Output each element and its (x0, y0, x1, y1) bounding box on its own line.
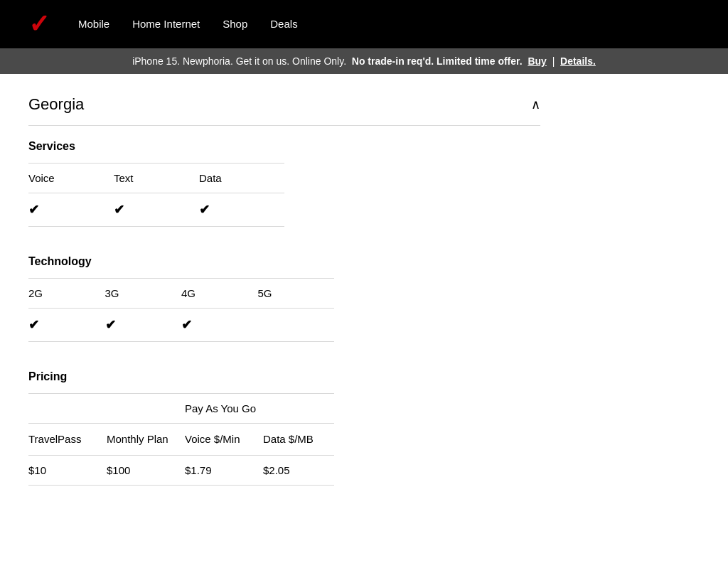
pricing-values-row: $10 $100 $1.79 $2.05 (28, 455, 334, 485)
tech-4g-check: ✔ (181, 309, 258, 342)
promo-details-link[interactable]: Details. (560, 55, 596, 67)
services-col-voice: Voice (28, 164, 114, 193)
tech-2g-check: ✔ (28, 309, 105, 342)
tech-5g-check (258, 309, 335, 342)
services-heading: Services (28, 140, 540, 153)
verizon-checkmark-icon: ✓ (28, 9, 50, 38)
section-title: Georgia (28, 95, 84, 114)
pricing-heading: Pricing (28, 370, 540, 383)
tech-3g-check: ✔ (105, 309, 182, 342)
technology-header-row: 2G 3G 4G 5G (28, 279, 334, 309)
pricing-voice-value: $1.79 (185, 455, 263, 485)
tech-col-2g: 2G (28, 279, 105, 309)
pricing-col-monthly: Monthly Plan (107, 424, 185, 456)
navbar: ✓ Mobile Home Internet Shop Deals (0, 0, 728, 48)
verizon-logo[interactable]: ✓ (28, 11, 50, 37)
technology-subsection: Technology 2G 3G 4G 5G ✔ ✔ ✔ (28, 255, 540, 342)
tech-col-5g: 5G (258, 279, 335, 309)
pay-as-you-go-label: Pay As You Go (185, 394, 334, 424)
tech-col-3g: 3G (105, 279, 182, 309)
services-value-row: ✔ ✔ ✔ (28, 193, 284, 227)
services-table: Voice Text Data ✔ ✔ ✔ (28, 163, 284, 227)
pricing-col-voice: Voice $/Min (185, 424, 263, 456)
services-header-row: Voice Text Data (28, 164, 284, 193)
payg-empty-1 (28, 394, 107, 424)
pricing-subsection: Pricing Pay As You Go TravelPass Monthly… (28, 370, 540, 486)
nav-links: Mobile Home Internet Shop Deals (78, 18, 298, 31)
technology-heading: Technology (28, 255, 540, 268)
section-header: Georgia ∧ (28, 95, 540, 126)
promo-buy-link[interactable]: Buy (528, 55, 546, 67)
services-voice-check: ✔ (28, 193, 114, 227)
payg-empty-2 (107, 394, 185, 424)
promo-banner: iPhone 15. Newphoria. Get it on us. Onli… (0, 48, 728, 74)
nav-link-home-internet[interactable]: Home Internet (132, 18, 200, 30)
services-data-check: ✔ (199, 193, 284, 227)
pricing-col-data: Data $/MB (263, 424, 334, 456)
nav-link-deals[interactable]: Deals (270, 18, 297, 30)
nav-item-shop[interactable]: Shop (223, 18, 247, 31)
technology-table: 2G 3G 4G 5G ✔ ✔ ✔ (28, 278, 334, 342)
pricing-data-value: $2.05 (263, 455, 334, 485)
pricing-monthly-value: $100 (107, 455, 185, 485)
promo-bold-text: No trade-in req'd. Limited time offer. (352, 55, 523, 67)
services-col-text: Text (114, 164, 199, 193)
pricing-travelpass-value: $10 (28, 455, 107, 485)
pricing-table: Pay As You Go TravelPass Monthly Plan Vo… (28, 393, 334, 486)
services-col-data: Data (199, 164, 284, 193)
nav-item-mobile[interactable]: Mobile (78, 18, 109, 31)
pricing-col-travelpass: TravelPass (28, 424, 107, 456)
main-content: Georgia ∧ Services Voice Text Data ✔ ✔ ✔… (0, 74, 569, 535)
nav-item-home-internet[interactable]: Home Internet (132, 18, 200, 31)
nav-link-mobile[interactable]: Mobile (78, 18, 109, 30)
pricing-col-headers-row: TravelPass Monthly Plan Voice $/Min Data… (28, 424, 334, 456)
technology-value-row: ✔ ✔ ✔ (28, 309, 334, 342)
services-subsection: Services Voice Text Data ✔ ✔ ✔ (28, 140, 540, 227)
nav-item-deals[interactable]: Deals (270, 18, 297, 31)
nav-link-shop[interactable]: Shop (223, 18, 247, 30)
promo-text: iPhone 15. Newphoria. Get it on us. Onli… (132, 55, 346, 67)
services-text-check: ✔ (114, 193, 199, 227)
pay-as-you-go-row: Pay As You Go (28, 394, 334, 424)
promo-separator: | (552, 55, 555, 67)
collapse-button[interactable]: ∧ (531, 97, 540, 112)
tech-col-4g: 4G (181, 279, 258, 309)
